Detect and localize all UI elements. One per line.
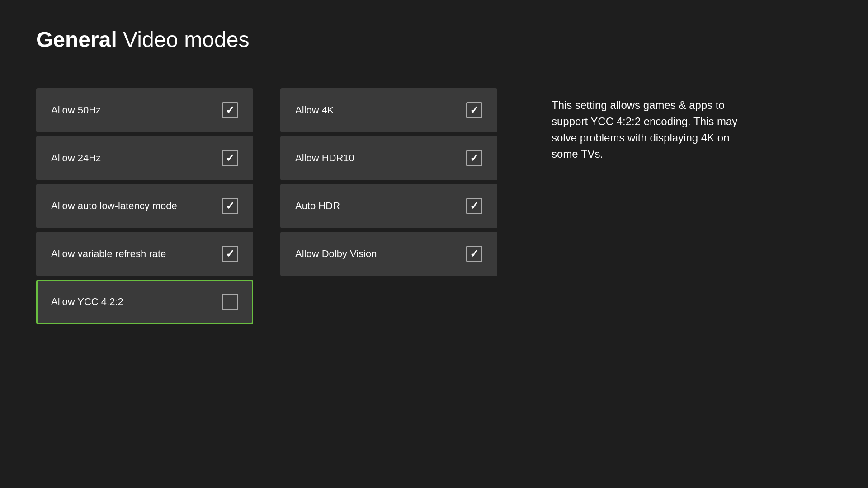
content-area: Allow 50HzAllow 24HzAllow auto low-laten… (36, 88, 832, 324)
checkbox-allow-4k[interactable] (466, 102, 482, 118)
checkbox-allow-dolby-vision[interactable] (466, 246, 482, 262)
setting-label-auto-hdr: Auto HDR (295, 200, 340, 212)
setting-label-allow-ycc-422: Allow YCC 4:2:2 (51, 296, 123, 308)
checkbox-allow-hdr10[interactable] (466, 150, 482, 166)
setting-item-allow-50hz[interactable]: Allow 50Hz (36, 88, 253, 132)
setting-item-allow-4k[interactable]: Allow 4K (280, 88, 497, 132)
setting-item-allow-dolby-vision[interactable]: Allow Dolby Vision (280, 232, 497, 276)
checkbox-allow-24hz[interactable] (222, 150, 238, 166)
setting-label-allow-4k: Allow 4K (295, 104, 334, 116)
left-column: Allow 50HzAllow 24HzAllow auto low-laten… (36, 88, 253, 324)
page-title-strong: General (36, 28, 117, 52)
page-container: General Video modes Allow 50HzAllow 24Hz… (0, 0, 868, 488)
right-column: Allow 4KAllow HDR10Auto HDRAllow Dolby V… (280, 88, 497, 276)
setting-label-allow-variable-refresh-rate: Allow variable refresh rate (51, 248, 166, 260)
setting-label-allow-dolby-vision: Allow Dolby Vision (295, 248, 377, 260)
checkbox-allow-auto-low-latency[interactable] (222, 198, 238, 214)
setting-item-allow-ycc-422[interactable]: Allow YCC 4:2:2 (36, 280, 253, 324)
setting-label-allow-hdr10: Allow HDR10 (295, 152, 354, 164)
setting-item-allow-hdr10[interactable]: Allow HDR10 (280, 136, 497, 180)
page-title: General Video modes (36, 27, 832, 52)
setting-item-allow-auto-low-latency[interactable]: Allow auto low-latency mode (36, 184, 253, 228)
setting-label-allow-50hz: Allow 50Hz (51, 104, 101, 116)
checkbox-allow-ycc-422[interactable] (222, 294, 238, 310)
setting-item-allow-variable-refresh-rate[interactable]: Allow variable refresh rate (36, 232, 253, 276)
setting-label-allow-24hz: Allow 24Hz (51, 152, 101, 164)
page-title-light: Video modes (117, 28, 250, 52)
setting-item-auto-hdr[interactable]: Auto HDR (280, 184, 497, 228)
info-panel: This setting allows games & apps to supp… (552, 88, 741, 171)
checkbox-allow-50hz[interactable] (222, 102, 238, 118)
setting-label-allow-auto-low-latency: Allow auto low-latency mode (51, 200, 177, 212)
checkbox-allow-variable-refresh-rate[interactable] (222, 246, 238, 262)
checkbox-auto-hdr[interactable] (466, 198, 482, 214)
info-text: This setting allows games & apps to supp… (552, 97, 741, 162)
setting-item-allow-24hz[interactable]: Allow 24Hz (36, 136, 253, 180)
